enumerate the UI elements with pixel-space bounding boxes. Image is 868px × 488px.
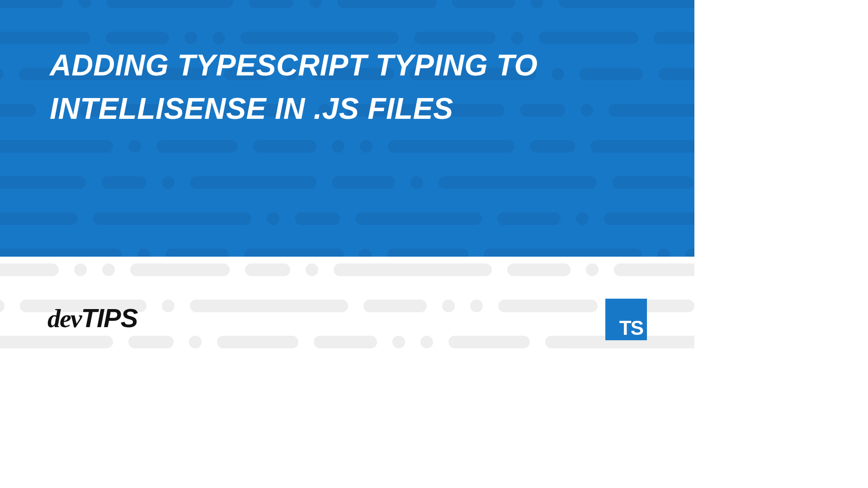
brand-logo: devTIPS <box>47 303 137 333</box>
footer-banner: devTIPS TS <box>0 257 694 369</box>
hero-banner: ADDING TYPESCRIPT TYPING TO INTELLISENSE… <box>0 0 694 257</box>
typescript-logo-icon: TS <box>605 299 647 340</box>
brand-suffix: TIPS <box>81 303 138 333</box>
page-title: ADDING TYPESCRIPT TYPING TO INTELLISENSE… <box>50 44 645 130</box>
brand-prefix: dev <box>47 304 81 333</box>
typescript-logo-text: TS <box>619 318 643 338</box>
